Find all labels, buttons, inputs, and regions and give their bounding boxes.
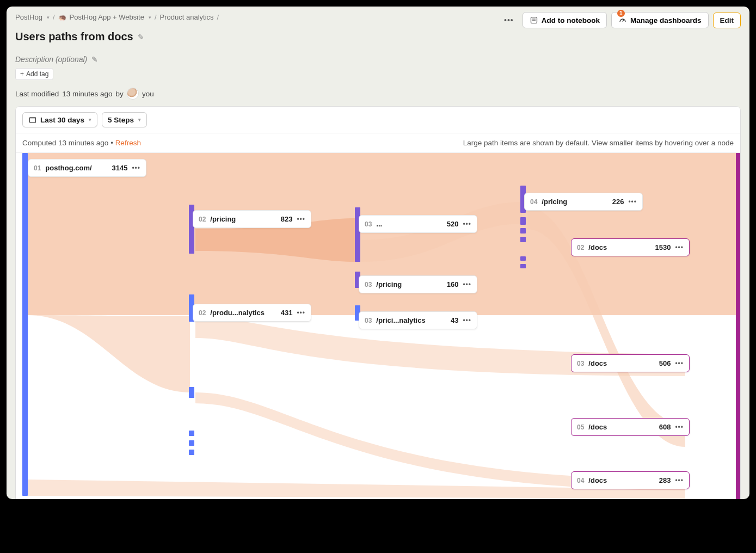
path-node[interactable]: 02/pricing823••• (193, 210, 311, 228)
top-actions: ••• Add to notebook 1 Manage dashboards … (500, 12, 741, 28)
node-label: /docs (588, 243, 650, 251)
chevron-down-icon: ▾ (149, 15, 151, 20)
path-node[interactable]: 05/docs608••• (571, 418, 690, 436)
edit-button[interactable]: Edit (713, 13, 741, 28)
node-step: 01 (34, 164, 41, 172)
tag-row: + Add tag (7, 64, 749, 80)
node-step: 02 (199, 309, 206, 317)
step-bar (520, 217, 526, 225)
step-bar (189, 440, 194, 446)
node-more-icon[interactable]: ••• (463, 220, 471, 228)
node-more-icon[interactable]: ••• (628, 198, 637, 206)
hog-icon: 🦔 (58, 14, 66, 21)
path-node[interactable]: 03...520••• (359, 215, 477, 233)
path-node[interactable]: 03/pricing160••• (359, 275, 477, 293)
node-more-icon[interactable]: ••• (297, 309, 305, 317)
last-modified-prefix: Last modified (15, 90, 59, 98)
path-node[interactable]: 02/docs1530••• (571, 238, 690, 256)
step-bar (189, 431, 194, 436)
node-more-icon[interactable]: ••• (463, 317, 471, 324)
path-node[interactable]: 03/docs506••• (571, 354, 690, 372)
add-tag-button[interactable]: + Add tag (15, 68, 53, 80)
node-count: 431 (281, 309, 293, 317)
node-count: 3145 (112, 164, 127, 172)
last-modified-time: 13 minutes ago (62, 90, 112, 98)
node-step: 03 (365, 281, 372, 288)
description-placeholder[interactable]: Description (optional) (15, 55, 87, 64)
plus-icon: + (20, 70, 24, 78)
chevron-down-icon: ▾ (138, 117, 141, 122)
description-row: Description (optional) ✎ (7, 43, 749, 64)
node-more-icon[interactable]: ••• (675, 423, 684, 431)
dashboards-badge: 1 (617, 10, 625, 17)
date-range-picker[interactable]: Last 30 days ▾ (22, 112, 97, 127)
node-step: 03 (365, 220, 372, 228)
add-to-notebook-label: Add to notebook (542, 16, 600, 24)
date-range-label: Last 30 days (40, 116, 84, 124)
add-to-notebook-button[interactable]: Add to notebook (523, 12, 607, 28)
step-bar (520, 228, 526, 234)
node-step: 05 (577, 423, 584, 431)
node-count: 226 (612, 198, 624, 206)
path-node[interactable]: 01posthog.com/3145••• (28, 159, 146, 177)
chevron-down-icon: ▾ (47, 15, 50, 20)
node-more-icon[interactable]: ••• (297, 216, 305, 223)
node-label: /prici...nalytics (376, 316, 446, 324)
query-card: Last 30 days ▾ 5 Steps ▾ Computed 13 min… (15, 106, 741, 499)
app-frame: PostHog▾ / 🦔 PostHog App + Website▾ / Pr… (7, 7, 749, 499)
node-more-icon[interactable]: ••• (675, 244, 684, 251)
node-step: 02 (199, 216, 206, 223)
node-more-icon[interactable]: ••• (675, 360, 684, 367)
avatar (127, 88, 139, 100)
step-bar (520, 237, 526, 242)
path-node[interactable]: 02/produ...nalytics431••• (193, 304, 311, 322)
edit-title-icon[interactable]: ✎ (138, 33, 144, 41)
node-label: /docs (588, 423, 654, 431)
node-more-icon[interactable]: ••• (675, 477, 684, 484)
node-count: 43 (451, 316, 458, 324)
node-count: 520 (447, 220, 459, 228)
hint-text: Large path items are shown by default. V… (463, 139, 734, 147)
more-menu-button[interactable]: ••• (500, 13, 518, 28)
node-label: /pricing (210, 215, 276, 223)
path-node[interactable]: 04/pricing226••• (524, 193, 643, 211)
breadcrumb: PostHog▾ / 🦔 PostHog App + Website▾ / Pr… (15, 12, 219, 21)
calendar-icon (28, 115, 37, 124)
node-label: posthog.com/ (45, 164, 107, 172)
breadcrumb-org[interactable]: PostHog (15, 13, 42, 21)
node-label: /docs (588, 476, 654, 484)
paths-canvas[interactable]: 01posthog.com/3145•••02/pricing823•••02/… (16, 153, 740, 499)
add-tag-label: Add tag (26, 70, 48, 78)
breadcrumb-project[interactable]: PostHog App + Website (70, 13, 144, 21)
node-count: 608 (659, 423, 671, 431)
step-bar (189, 450, 194, 455)
node-step: 03 (577, 360, 584, 367)
node-more-icon[interactable]: ••• (132, 164, 140, 172)
card-sub: Computed 13 minutes ago • Refresh Large … (16, 133, 740, 153)
svg-line-3 (623, 20, 624, 22)
node-more-icon[interactable]: ••• (463, 281, 471, 288)
dashboard-icon (618, 16, 627, 24)
svg-rect-4 (30, 118, 36, 123)
computed-prefix: Computed (22, 139, 56, 147)
topbar: PostHog▾ / 🦔 PostHog App + Website▾ / Pr… (7, 7, 749, 28)
edit-description-icon[interactable]: ✎ (91, 55, 98, 64)
node-step: 04 (577, 477, 584, 484)
node-label: /docs (588, 359, 654, 367)
title-row: Users paths from docs ✎ (7, 28, 749, 43)
breadcrumb-section[interactable]: Product analytics (160, 13, 214, 21)
path-node[interactable]: 03/prici...nalytics43••• (359, 311, 477, 329)
node-step: 03 (365, 317, 372, 324)
steps-picker[interactable]: 5 Steps ▾ (102, 112, 147, 127)
breadcrumb-sep: / (155, 13, 157, 21)
path-node[interactable]: 04/docs283••• (571, 471, 690, 489)
card-controls: Last 30 days ▾ 5 Steps ▾ (16, 107, 740, 133)
node-step: 04 (530, 198, 537, 206)
meta-row: Last modified 13 minutes ago by you (7, 80, 749, 106)
refresh-button[interactable]: Refresh (115, 139, 141, 147)
manage-dashboards-button[interactable]: 1 Manage dashboards (611, 12, 709, 28)
computed-time: 13 minutes ago (58, 139, 108, 147)
svg-rect-0 (531, 17, 537, 23)
page-title: Users paths from docs (15, 30, 133, 43)
breadcrumb-sep: / (217, 13, 219, 21)
